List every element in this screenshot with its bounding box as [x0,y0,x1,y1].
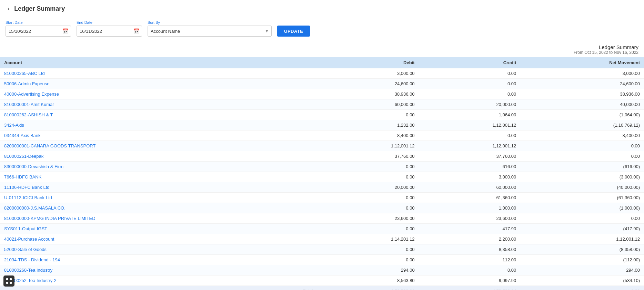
cell-credit: 20,000.00 [419,99,521,110]
cell-debit: 0.00 [317,110,419,120]
cell-debit: 8,400.00 [317,130,419,141]
cell-account: 830000000-Devashish & Firm [0,162,317,172]
sort-by-group: Sort By Account Name Account Code ▼ [148,20,272,37]
col-credit: Credit [419,57,521,68]
cell-credit: 417.90 [419,224,521,234]
cell-net: (534.10) [520,276,644,286]
back-button[interactable]: ‹ [6,5,11,12]
cell-net: (1,10,769.12) [520,120,644,130]
cell-debit: 0.00 [317,244,419,255]
cell-debit: 20,000.00 [317,182,419,193]
cell-debit: 0.00 [317,255,419,265]
cell-credit: 8,358.00 [419,244,521,255]
report-date-range: From Oct 15, 2022 to Nov 16, 2022 [6,50,638,55]
cell-account: 40000-Advertising Expense [0,89,317,99]
cell-credit: 60,000.00 [419,182,521,193]
cell-net: 1,12,001.12 [520,234,644,244]
cell-debit: 37,760.00 [317,151,419,162]
cell-net: (616.00) [520,162,644,172]
sort-by-label: Sort By [148,20,272,25]
cell-account: 40021-Purchase Account [0,234,317,244]
end-date-label: End Date [77,20,142,25]
table-row[interactable]: 810000261-Deepak 37,760.00 37,760.00 0.0… [0,151,644,162]
cell-net: (1,064.00) [520,110,644,120]
start-date-input[interactable] [6,26,71,37]
cell-net: 38,936.00 [520,89,644,99]
bottom-nav-icon[interactable] [3,276,14,287]
table-row[interactable]: 21034-TDS - Dividend - 194 0.00 112.00 (… [0,255,644,265]
start-date-group: Start Date 📅 [6,20,71,37]
cell-debit: 3,000.00 [317,68,419,79]
table-row[interactable]: SYS011-Output IGST 0.00 417.90 (417.90) [0,224,644,234]
table-row[interactable]: 7666-HDFC BANK 0.00 3,000.00 (3,000.00) [0,172,644,182]
cell-account: 8100000001-Amit Kumar [0,99,317,110]
cell-debit: 24,600.00 [317,79,419,89]
cell-net: (417.90) [520,224,644,234]
table-row[interactable]: 8200000001-CANARA GOODS TRANSPORT 1,12,0… [0,141,644,151]
table-row[interactable]: 3424-Axis 1,232.00 1,12,001.12 (1,10,769… [0,120,644,130]
cell-debit: 38,936.00 [317,89,419,99]
cell-account: 034344-Axis Bank [0,130,317,141]
cell-credit: 616.00 [419,162,521,172]
table-row[interactable]: 50006-Admin Expense 24,600.00 0.00 24,60… [0,79,644,89]
cell-debit: 0.00 [317,193,419,203]
table-footer-row: Total 4,52,588.04 4,52,588.04 0.00 [0,286,644,290]
cell-account: 810000265-ABC Ltd [0,68,317,79]
table-row[interactable]: 810000262-ASHISH & T 0.00 1,064.00 (1,06… [0,110,644,120]
cell-account: 7666-HDFC BANK [0,172,317,182]
table-row[interactable]: 810000260-Tea Industry 294.00 0.00 294.0… [0,265,644,276]
cell-net: 0.00 [520,213,644,224]
table-body: 810000265-ABC Ltd 3,000.00 0.00 3,000.00… [0,68,644,286]
report-title: Ledger Summary [6,44,638,50]
filters-row: Start Date 📅 End Date 📅 Sort By Account … [0,16,644,41]
cell-debit: 0.00 [317,224,419,234]
cell-net: (3,000.00) [520,172,644,182]
footer-label: Total [0,286,317,290]
end-date-input[interactable] [77,26,142,37]
cell-account: U-01112-ICICI Bank Ltd [0,193,317,203]
cell-net: (112.00) [520,255,644,265]
cell-net: 24,600.00 [520,79,644,89]
cell-credit: 23,600.00 [419,213,521,224]
cell-account: 810000260-Tea Industry [0,265,317,276]
table-row[interactable]: 810000252-Tea Industry-2 8,563.80 9,097.… [0,276,644,286]
cell-credit: 3,000.00 [419,172,521,182]
cell-account: 810000261-Deepak [0,151,317,162]
cell-net: 3,000.00 [520,68,644,79]
col-account: Account [0,57,317,68]
cell-net: (8,358.00) [520,244,644,255]
cell-net: 294.00 [520,265,644,276]
table-row[interactable]: 830000000-Devashish & Firm 0.00 616.00 (… [0,162,644,172]
table-row[interactable]: 11106-HDFC Bank Ltd 20,000.00 60,000.00 … [0,182,644,193]
cell-account: 810000262-ASHISH & T [0,110,317,120]
cell-credit: 1,064.00 [419,110,521,120]
cell-net: 0.00 [520,141,644,151]
table-row[interactable]: 8100000000-KPMG INDIA PRIVATE LIMITED 23… [0,213,644,224]
table-row[interactable]: 40000-Advertising Expense 38,936.00 0.00… [0,89,644,99]
table-row[interactable]: U-01112-ICICI Bank Ltd 0.00 61,360.00 (6… [0,193,644,203]
table-row[interactable]: 034344-Axis Bank 8,400.00 0.00 8,400.00 [0,130,644,141]
cell-net: (1,000.00) [520,203,644,213]
table-row[interactable]: 8100000001-Amit Kumar 60,000.00 20,000.0… [0,99,644,110]
report-header: Ledger Summary From Oct 15, 2022 to Nov … [0,41,644,57]
cell-account: 8200000000-J.S.MASALA CO. [0,203,317,213]
start-date-wrapper: 📅 [6,26,71,37]
table-row[interactable]: 40021-Purchase Account 1,14,201.12 2,200… [0,234,644,244]
footer-debit: 4,52,588.04 [317,286,419,290]
update-button[interactable]: UPDATE [277,26,310,37]
cell-credit: 61,360.00 [419,193,521,203]
table-row[interactable]: 8200000000-J.S.MASALA CO. 0.00 1,000.00 … [0,203,644,213]
table-row[interactable]: 52000-Sale of Goods 0.00 8,358.00 (8,358… [0,244,644,255]
sort-by-select[interactable]: Account Name Account Code [148,26,272,37]
cell-account: 8200000001-CANARA GOODS TRANSPORT [0,141,317,151]
cell-credit: 0.00 [419,79,521,89]
table-row[interactable]: 810000265-ABC Ltd 3,000.00 0.00 3,000.00 [0,68,644,79]
sort-by-wrapper: Account Name Account Code ▼ [148,26,272,37]
end-date-wrapper: 📅 [77,26,142,37]
ledger-table-container: Account Debit Credit Net Movement 810000… [0,57,644,290]
cell-debit: 1,14,201.12 [317,234,419,244]
cell-debit: 60,000.00 [317,99,419,110]
page-title: Ledger Summary [14,5,65,12]
cell-credit: 1,000.00 [419,203,521,213]
cell-debit: 0.00 [317,162,419,172]
